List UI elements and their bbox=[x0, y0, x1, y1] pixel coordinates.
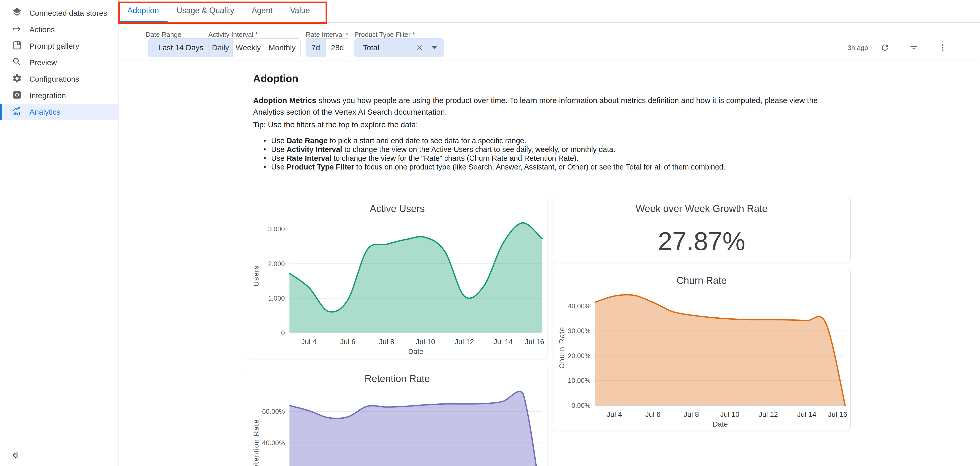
svg-text:1,000: 1,000 bbox=[268, 295, 285, 302]
activity-interval-weekly[interactable]: Weekly bbox=[233, 39, 264, 57]
sidebar-item-analytics[interactable]: Analytics bbox=[0, 104, 118, 120]
refresh-icon bbox=[880, 43, 889, 52]
filter-icon bbox=[909, 43, 918, 52]
product-type-select[interactable]: Total bbox=[355, 38, 444, 57]
activity-interval-segmented: Daily Weekly Monthly bbox=[208, 38, 301, 57]
tab-value[interactable]: Value bbox=[281, 0, 318, 22]
chart-title: Week over Week Growth Rate bbox=[553, 203, 850, 214]
tab-usage-quality[interactable]: Usage & Quality bbox=[167, 0, 243, 22]
date-range-label: Date Range bbox=[146, 31, 181, 39]
sidebar-item-actions[interactable]: Actions bbox=[0, 21, 118, 38]
svg-text:Churn Rate: Churn Rate bbox=[558, 327, 566, 369]
activity-interval-daily[interactable]: Daily bbox=[208, 39, 233, 57]
svg-text:40.00%: 40.00% bbox=[262, 439, 285, 447]
svg-text:Jul 6: Jul 6 bbox=[340, 338, 355, 346]
intro-paragraph: Adoption Metrics shows you how people ar… bbox=[253, 95, 841, 118]
svg-text:Retention Rate: Retention Rate bbox=[252, 419, 260, 466]
last-refreshed-text: 3h ago bbox=[848, 44, 868, 52]
filter-bar: Date Range Last 14 Days Activity Interva… bbox=[119, 23, 980, 60]
refresh-button[interactable] bbox=[876, 39, 894, 57]
dashboard-toolbar: 3h ago bbox=[848, 38, 980, 57]
svg-text:Users: Users bbox=[252, 265, 260, 287]
active-users-card: Active Users 01,0002,0003,000Jul 4Jul 6J… bbox=[247, 196, 547, 359]
rate-interval-segmented: 7d 28d bbox=[306, 38, 349, 57]
clear-filter-button[interactable] bbox=[414, 42, 425, 53]
code-icon bbox=[12, 90, 22, 102]
more-vert-icon bbox=[938, 43, 947, 52]
tab-bar: Adoption Usage & Quality Agent Value bbox=[119, 0, 980, 23]
sidebar-item-label: Integration bbox=[29, 91, 66, 100]
analytics-page: Connected data stores Actions Prompt gal… bbox=[0, 0, 980, 466]
svg-text:3,000: 3,000 bbox=[268, 225, 285, 233]
collapse-sidebar-button[interactable] bbox=[8, 448, 22, 463]
svg-text:Jul 8: Jul 8 bbox=[379, 338, 394, 346]
sidebar-item-label: Preview bbox=[29, 58, 57, 67]
search-icon bbox=[12, 57, 22, 69]
list-item: Use Product Type Filter to focus on one … bbox=[263, 163, 725, 171]
sidebar-item-label: Actions bbox=[29, 25, 55, 34]
date-range-chip[interactable]: Last 14 Days bbox=[148, 38, 213, 57]
date-range-value: Last 14 Days bbox=[158, 43, 204, 52]
sidebar-item-prompt-gallery[interactable]: Prompt gallery bbox=[0, 38, 118, 54]
churn-rate-chart: 0.00%10.00%20.00%30.00%40.00%Jul 4Jul 6J… bbox=[553, 268, 850, 431]
rate-interval-28d[interactable]: 28d bbox=[326, 39, 349, 57]
sidebar-item-configurations[interactable]: Configurations bbox=[0, 71, 118, 87]
churn-rate-card: Churn Rate 0.00%10.00%20.00%30.00%40.00%… bbox=[553, 268, 851, 431]
sidebar-item-label: Configurations bbox=[29, 75, 79, 84]
intro-bold: Adoption Metrics bbox=[253, 96, 316, 105]
retention-rate-card: Retention Rate 0.00%20.00%40.00%60.00%Ju… bbox=[247, 366, 547, 466]
svg-text:Jul 14: Jul 14 bbox=[797, 411, 816, 418]
book-bookmark-icon bbox=[12, 40, 22, 52]
growth-rate-value: 27.87% bbox=[553, 227, 850, 256]
svg-text:Jul 12: Jul 12 bbox=[759, 411, 778, 418]
sidebar-item-preview[interactable]: Preview bbox=[0, 54, 118, 71]
sidebar-item-integration[interactable]: Integration bbox=[0, 87, 118, 104]
tab-agent[interactable]: Agent bbox=[243, 0, 281, 22]
svg-text:Date: Date bbox=[408, 347, 423, 355]
svg-text:Jul 16: Jul 16 bbox=[525, 338, 544, 346]
filter-button[interactable] bbox=[905, 39, 923, 57]
tips-list: Use Date Range to pick a start and end d… bbox=[263, 136, 725, 171]
analytics-icon bbox=[12, 106, 22, 118]
arrow-start-icon bbox=[12, 24, 22, 36]
sidebar-item-label: Analytics bbox=[29, 108, 60, 116]
svg-text:Jul 4: Jul 4 bbox=[607, 411, 622, 418]
list-item: Use Activity Interval to change the view… bbox=[263, 145, 725, 154]
page-title: Adoption bbox=[253, 73, 299, 84]
activity-interval-monthly[interactable]: Monthly bbox=[264, 39, 300, 57]
svg-text:0.00%: 0.00% bbox=[571, 402, 590, 409]
main-content: Adoption Adoption Metrics shows you how … bbox=[119, 60, 980, 466]
more-options-button[interactable] bbox=[934, 39, 951, 57]
svg-text:Jul 16: Jul 16 bbox=[828, 411, 847, 418]
tip-text: Tip: Use the filters at the top to explo… bbox=[253, 120, 418, 129]
svg-text:Jul 6: Jul 6 bbox=[645, 411, 660, 418]
svg-text:Jul 12: Jul 12 bbox=[455, 338, 474, 346]
layers-icon bbox=[12, 7, 22, 19]
svg-text:0: 0 bbox=[281, 329, 285, 337]
wow-growth-card: Week over Week Growth Rate 27.87% bbox=[553, 196, 851, 263]
activity-interval-label: Activity Interval * bbox=[208, 31, 258, 39]
svg-text:Jul 10: Jul 10 bbox=[720, 411, 740, 418]
svg-text:20.00%: 20.00% bbox=[568, 352, 590, 360]
intro-rest: shows you how people are using the produ… bbox=[253, 96, 818, 116]
sidebar: Connected data stores Actions Prompt gal… bbox=[0, 0, 119, 466]
sidebar-item-connected-data-stores[interactable]: Connected data stores bbox=[0, 5, 118, 21]
close-icon bbox=[416, 44, 423, 52]
svg-text:30.00%: 30.00% bbox=[568, 327, 590, 334]
sidebar-item-label: Prompt gallery bbox=[29, 42, 79, 51]
product-type-filter-label: Product Type Filter * bbox=[355, 31, 415, 39]
svg-text:Jul 14: Jul 14 bbox=[493, 338, 513, 346]
product-type-value: Total bbox=[355, 43, 414, 52]
svg-text:60.00%: 60.00% bbox=[262, 407, 285, 415]
svg-text:Date: Date bbox=[713, 420, 728, 428]
svg-text:10.00%: 10.00% bbox=[568, 377, 590, 384]
tab-adoption[interactable]: Adoption bbox=[119, 0, 167, 22]
list-item: Use Rate Interval to change the view for… bbox=[263, 154, 725, 163]
rate-interval-7d[interactable]: 7d bbox=[306, 39, 326, 57]
gear-icon bbox=[12, 73, 22, 85]
svg-text:Jul 4: Jul 4 bbox=[301, 338, 317, 346]
list-item: Use Date Range to pick a start and end d… bbox=[263, 136, 725, 145]
rate-interval-label: Rate Interval * bbox=[306, 31, 348, 39]
svg-text:2,000: 2,000 bbox=[268, 260, 285, 268]
chevron-down-icon[interactable] bbox=[432, 46, 437, 49]
